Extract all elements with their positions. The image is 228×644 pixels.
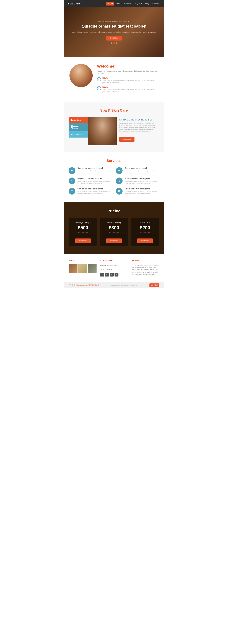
nav-portfolio[interactable]: Portfolio: [123, 2, 133, 6]
service-desc-4: Itaque earum rerum hic tenetur a sapient…: [77, 190, 112, 194]
pricing-card-title-1: Scrub & Waxing: [102, 222, 126, 224]
check-icon-2: [97, 86, 101, 90]
services-section: Services ♥ Cum soluta nobis est eligendi…: [64, 152, 164, 202]
flickr-thumb-2[interactable]: [78, 264, 87, 273]
spa-section: Spa & Skin Care Facial Care Massage Ther…: [64, 102, 164, 152]
spa-read-more-button[interactable]: Read More: [119, 137, 135, 142]
hero-section: You deserve the best treatment Quisque o…: [64, 7, 164, 57]
nav-contact[interactable]: Contact: [151, 2, 160, 6]
pricing-card-0: Massage Therapy $500 4 SESSIONS Read Mor…: [69, 218, 97, 247]
welcome-image-inner: [69, 64, 93, 87]
service-title-1: Soluta nobis cum eligendi: [125, 167, 159, 169]
spa-tabs: Facial Care Massage Therapy Hair Service…: [69, 117, 88, 138]
service-icon-4: ☰: [69, 188, 75, 194]
contact-office: Office: 906-0808: [100, 268, 128, 271]
check-title-2: Ipsum: [102, 86, 159, 88]
social-pinterest[interactable]: p: [105, 272, 109, 276]
service-text-0: Cum soluta nobis est eligendi Itaque ear…: [77, 167, 112, 174]
flickr-thumb-1[interactable]: [69, 264, 77, 273]
spa-info: LIFTING BRIGHTENING EFFECT Sed quis non …: [117, 117, 159, 144]
social-linkedin[interactable]: in: [110, 272, 114, 276]
contact-address: 123 NewYork City, USA: [100, 264, 128, 266]
service-item-0: ♥ Cum soluta nobis est eligendi Itaque e…: [69, 167, 112, 174]
service-text-5: Soluta nobis cum est eligendi Itaque ear…: [125, 188, 159, 194]
check-item-2: Ipsum At vero eos et accusamus et iusto …: [97, 86, 159, 93]
service-text-4: Cum soluta nobis est eligendi Itaque ear…: [77, 188, 112, 194]
footer-flickr: Flickr: [69, 259, 96, 276]
service-title-0: Cum soluta nobis est eligendi: [77, 167, 112, 169]
service-icon-1: ★: [116, 167, 123, 174]
services-grid: ♥ Cum soluta nobis est eligendi Itaque e…: [69, 167, 159, 194]
service-title-4: Cum soluta nobis est eligendi: [77, 188, 112, 190]
copyright-text: All rights reserved | Design by W3layout…: [111, 284, 137, 286]
pricing-card-2: Facial care $200 2 SESSIONS Read More: [131, 218, 159, 247]
nav-links: Home About Portfolio Pages ▾ Blog Contac…: [106, 2, 160, 6]
spa-tab-hair[interactable]: Hair Services: [69, 131, 88, 138]
spa-tab-massage[interactable]: Massage Therapy: [69, 123, 88, 131]
service-desc-5: Itaque earum rerum hic tenetur a sapient…: [125, 190, 159, 194]
flickr-thumb-3[interactable]: [88, 264, 96, 273]
footer-review: Review Sed ut iuquis elit ullamcorper in…: [132, 259, 159, 276]
promo-text: 访问设计社区bbs.xientao.com免费下载更多资源!: [69, 284, 99, 286]
service-icon-3: ℹ: [116, 178, 123, 184]
nav-blog[interactable]: Blog: [144, 2, 150, 6]
review-title: Review: [132, 259, 159, 262]
dot-1[interactable]: [111, 42, 112, 44]
hero-dots: [111, 42, 117, 44]
check-text-2: At vero eos et accusamus et iusto odio d…: [102, 88, 159, 93]
pricing-card-1: Scrub & Waxing $800 3 SESSIONS Read More: [99, 218, 129, 247]
service-item-2: ✏ Eligendi cum soluta nobis est Itaque e…: [69, 178, 112, 184]
dot-3[interactable]: [116, 42, 117, 44]
service-icon-0: ♥: [69, 167, 75, 174]
services-section-title: Services: [69, 159, 159, 163]
nav-pages[interactable]: Pages ▾: [133, 2, 143, 6]
pricing-price-1: $800: [102, 225, 126, 230]
flickr-title: Flickr: [69, 259, 96, 262]
pricing-card-title-2: Facial care: [133, 222, 157, 224]
pricing-button-0[interactable]: Read More: [75, 238, 90, 243]
check-text-1: At vero eos et accusamus et iusto odio d…: [102, 80, 159, 84]
review-text: Sed ut iuquis elit ullamcorper in auctor…: [132, 264, 159, 276]
pricing-sessions-0: 4 SESSIONS: [71, 231, 95, 233]
spa-content: Facial Care Massage Therapy Hair Service…: [69, 117, 159, 145]
social-facebook[interactable]: f: [100, 272, 104, 276]
welcome-intro: At vero eos et accusamus et iusto odio d…: [97, 70, 159, 75]
service-desc-0: Itaque earum rerum hic tenetur a sapient…: [77, 170, 112, 174]
footer-contact: Contact Me 123 NewYork City, USA Office:…: [100, 259, 128, 276]
dot-2[interactable]: [113, 42, 115, 44]
brand-logo: Spa Care: [68, 2, 80, 5]
service-text-2: Eligendi cum soluta nobis est Itaque ear…: [77, 178, 112, 184]
service-desc-1: Itaque earum rerum hic tenetur a sapient…: [125, 170, 159, 174]
service-text-3: Nobis cum soluta est eligendi Itaque ear…: [125, 178, 159, 184]
hero-read-more-button[interactable]: Read More: [106, 36, 122, 40]
service-icon-5: ☎: [116, 188, 123, 194]
spa-section-title: Spa & Skin Care: [69, 108, 159, 112]
social-behance[interactable]: be: [115, 272, 119, 276]
service-item-5: ☎ Soluta nobis cum est eligendi Itaque e…: [116, 188, 159, 194]
navigation: Spa Care Home About Portfolio Pages ▾ Bl…: [64, 0, 164, 7]
pricing-button-1[interactable]: Read More: [106, 238, 122, 243]
hero-title: Quisque ornare feugiat erat sapien: [72, 24, 156, 29]
spa-tab-facial[interactable]: Facial Care: [69, 117, 88, 123]
pricing-button-2[interactable]: Read More: [137, 238, 153, 243]
nav-home[interactable]: Home: [106, 2, 114, 6]
pricing-section: Pricing Massage Therapy $500 4 SESSIONS …: [64, 202, 164, 254]
social-icons: f p in be: [100, 272, 128, 276]
spa-panel-text: Sed quis non mauris velit modi tempora i…: [119, 122, 157, 135]
spa-image-inner: [88, 117, 117, 145]
bottom-bar: 访问设计社区bbs.xientao.com免费下载更多资源! All right…: [64, 282, 164, 288]
welcome-section: Welcome! At vero eos et accusamus et ius…: [64, 57, 164, 102]
check-content-2: Ipsum At vero eos et accusamus et iusto …: [102, 86, 159, 93]
service-desc-2: Itaque earum rerum hic tenetur a sapient…: [77, 180, 112, 184]
service-title-2: Eligendi cum soluta nobis est: [77, 178, 112, 180]
spa-image: [88, 117, 117, 145]
hero-description: Lorem sit amet sapien eros integer dolor…: [72, 31, 156, 34]
download-button[interactable]: 前往下载站: [149, 284, 159, 287]
pricing-sessions-1: 3 SESSIONS: [102, 231, 126, 233]
service-item-3: ℹ Nobis cum soluta est eligendi Itaque e…: [116, 178, 159, 184]
hero-subtitle: You deserve the best treatment: [72, 20, 156, 23]
nav-about[interactable]: About: [115, 2, 123, 6]
pricing-price-0: $500: [71, 225, 95, 230]
footer-section: Flickr Contact Me 123 NewYork City, USA …: [64, 254, 164, 282]
pricing-section-title: Pricing: [69, 209, 159, 214]
